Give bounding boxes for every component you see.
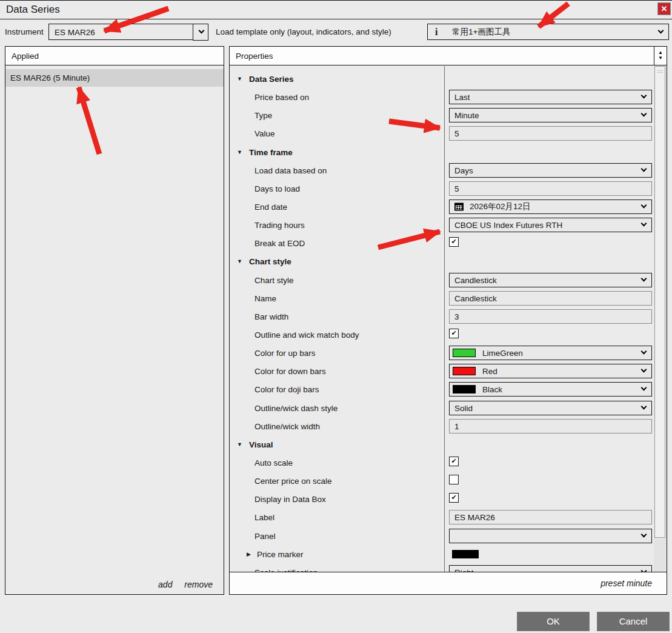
trading-hours-dropdown[interactable]: CBOE US Index Futures RTH (449, 218, 652, 232)
days-to-load-input[interactable]: 5 (449, 181, 652, 196)
chevron-down-icon (641, 93, 647, 99)
input-value: 5 (454, 129, 459, 138)
chevron-down-icon (641, 111, 647, 117)
property-row-display-in-data-box: Display in Data Box✔ (230, 490, 654, 508)
remove-link[interactable]: remove (184, 580, 213, 589)
properties-header: Properties ▲ ▼ (230, 47, 667, 65)
outline-wick-width-input[interactable]: 1 (449, 419, 652, 434)
property-row-type: TypeMinute (230, 106, 654, 124)
collapse-triangle-icon[interactable]: ▼ (237, 76, 242, 82)
grid-splitter[interactable] (444, 66, 445, 572)
section-time-frame[interactable]: ▼Time frame (230, 143, 654, 161)
dialog-title: Data Series (6, 4, 60, 16)
outline-and-wick-match-body-checkbox[interactable]: ✔ (449, 329, 459, 338)
section-chart-style[interactable]: ▼Chart style (230, 252, 654, 270)
template-label: Load template only (layout, indicators, … (216, 27, 391, 36)
chevron-down-icon (641, 349, 647, 355)
panel-dropdown[interactable] (449, 529, 652, 543)
section-label: Data Series (249, 75, 294, 84)
property-label: Price marker (257, 549, 304, 558)
collapse-triangle-icon[interactable]: ▶ (247, 551, 251, 557)
properties-content: ▼Data SeriesPrice based onLastTypeMinute… (230, 66, 654, 572)
title-separator (0, 19, 672, 19)
cancel-button[interactable]: Cancel (597, 612, 670, 631)
chevron-down-icon (641, 166, 647, 172)
ok-button[interactable]: OK (517, 612, 590, 631)
chart-style-dropdown[interactable]: Candlestick (449, 273, 652, 287)
collapse-triangle-icon[interactable]: ▼ (237, 258, 242, 264)
property-label: Center price on scale (254, 477, 332, 486)
bar-width-input[interactable]: 3 (449, 309, 652, 324)
collapse-triangle-icon[interactable]: ▼ (237, 149, 242, 155)
property-row-price-based-on: Price based onLast (230, 88, 654, 106)
display-in-data-box-checkbox[interactable]: ✔ (449, 493, 459, 503)
chevron-down-icon (641, 221, 647, 227)
collapse-triangle-icon[interactable]: ▼ (237, 441, 242, 447)
input-value: 1 (454, 421, 459, 430)
property-label: Color for doji bars (254, 385, 319, 394)
template-combobox[interactable]: i 常用1+画图工具 (427, 24, 669, 40)
dropdown-value: 2026年02月12日 (470, 201, 531, 212)
chevron-down-icon (658, 27, 664, 33)
color-for-up-bars-dropdown[interactable]: LimeGreen (449, 346, 652, 360)
add-link[interactable]: add (158, 580, 172, 589)
section-label: Visual (249, 440, 273, 449)
color-for-down-bars-dropdown[interactable]: Red (449, 364, 652, 378)
outline-wick-dash-style-dropdown[interactable]: Solid (449, 401, 652, 415)
input-value: Candlestick (454, 293, 497, 303)
close-icon: ✕ (661, 4, 668, 13)
scrollbar[interactable] (654, 66, 666, 572)
property-label: End date (254, 203, 287, 212)
property-label: Trading hours (254, 221, 305, 230)
property-row-chart-style: Chart styleCandlestick (230, 271, 654, 289)
load-data-based-on-dropdown[interactable]: Days (449, 163, 652, 178)
scroll-down-icon[interactable]: ▼ (654, 55, 667, 61)
input-value: ES MAR26 (454, 513, 495, 522)
instrument-value: ES MAR26 (55, 27, 95, 36)
name-input[interactable]: Candlestick (449, 291, 652, 306)
property-row-auto-scale: Auto scale✔ (230, 454, 654, 472)
section-visual[interactable]: ▼Visual (230, 435, 654, 454)
property-label: Color for down bars (254, 367, 326, 376)
property-row-end-date: End date2026年02月12日 (230, 198, 654, 216)
chevron-down-icon (641, 367, 647, 373)
instrument-combobox[interactable]: ES MAR26 (48, 24, 208, 40)
price-marker-color-swatch[interactable] (452, 550, 479, 558)
property-row-bar-width: Bar width3 (230, 307, 654, 326)
dropdown-value: Black (482, 385, 502, 394)
auto-scale-checkbox[interactable]: ✔ (449, 457, 459, 466)
property-label: Bar width (254, 312, 288, 321)
property-label: Break at EOD (254, 239, 305, 248)
close-button[interactable]: ✕ (657, 2, 671, 15)
property-label: Panel (254, 531, 276, 540)
input-value: 3 (454, 312, 459, 321)
dropdown-value: Solid (454, 403, 473, 412)
instrument-label: Instrument (5, 27, 44, 36)
label-input[interactable]: ES MAR26 (449, 510, 652, 524)
scroll-up-icon[interactable]: ▲ (654, 50, 667, 55)
applied-list-item[interactable]: ES MAR26 (5 Minute) (5, 69, 224, 87)
end-date-dropdown[interactable]: 2026年02月12日 (449, 199, 652, 214)
property-row-outline-and-wick-match-body: Outline and wick match body✔ (230, 326, 654, 344)
instrument-dropdown-button[interactable] (193, 24, 208, 41)
property-label: Type (254, 111, 272, 120)
break-at-eod-checkbox[interactable]: ✔ (449, 237, 459, 247)
chevron-down-icon (641, 275, 647, 281)
property-row-price-marker: ▶Price marker (230, 545, 654, 563)
value-input[interactable]: 5 (449, 126, 652, 141)
property-row-color-for-doji-bars: Color for doji barsBlack (230, 380, 654, 398)
property-label: Outline/wick width (254, 421, 320, 430)
section-data-series[interactable]: ▼Data Series (230, 70, 654, 88)
template-value: 常用1+画图工具 (452, 27, 510, 38)
color-for-doji-bars-dropdown[interactable]: Black (449, 382, 652, 397)
section-label: Time frame (249, 147, 293, 156)
scrollbar-thumb[interactable] (654, 66, 665, 538)
property-row-value: Value5 (230, 124, 654, 142)
property-label: Days to load (254, 184, 300, 193)
dropdown-value: Minute (454, 111, 479, 120)
section-label: Chart style (249, 257, 291, 266)
applied-panel: Applied ES MAR26 (5 Minute) add remove (5, 46, 224, 595)
type-dropdown[interactable]: Minute (449, 108, 652, 122)
center-price-on-scale-checkbox[interactable] (449, 475, 459, 484)
price-based-on-dropdown[interactable]: Last (449, 90, 652, 104)
